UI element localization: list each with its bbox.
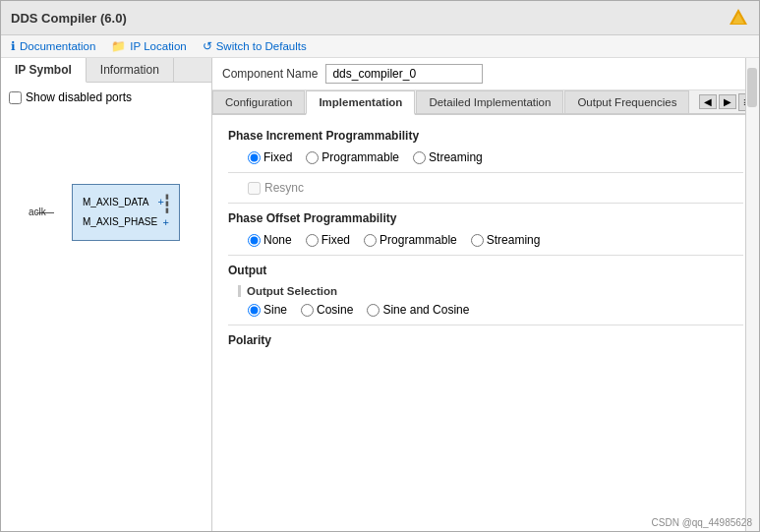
ip-location-label: IP Location — [130, 40, 186, 52]
offset-streaming-radio[interactable] — [471, 234, 484, 247]
connector-label: aclk — [29, 207, 46, 217]
tab-nav-prev[interactable]: ◀ — [699, 94, 717, 109]
output-sine-label: Sine — [263, 303, 287, 317]
output-cosine-label: Cosine — [317, 303, 353, 317]
phase-increment-radio-group: Fixed Programmable Streaming — [248, 150, 743, 164]
main-content: IP Symbol Information Show disabled port… — [1, 58, 759, 531]
offset-none-radio[interactable] — [248, 234, 261, 247]
refresh-icon: ↺ — [203, 39, 212, 53]
window-title: DDS Compiler (6.0) — [11, 11, 127, 26]
output-sine-cosine-radio[interactable] — [367, 304, 380, 317]
phase-programmable-radio[interactable] — [306, 151, 319, 164]
tab-configuration[interactable]: Configuration — [212, 90, 305, 113]
documentation-button[interactable]: ℹ Documentation — [11, 39, 95, 53]
offset-programmable-radio[interactable] — [364, 234, 377, 247]
folder-icon: 📁 — [111, 39, 126, 53]
port-row-0: M_AXIS_DATA + ▮▮▮ — [83, 193, 169, 213]
component-name-label: Component Name — [222, 67, 318, 81]
watermark: CSDN @qq_44985628 — [652, 517, 752, 528]
tabs-row: Configuration Implementation Detailed Im… — [212, 90, 759, 115]
component-name-row: Component Name — [212, 58, 759, 90]
tab-information[interactable]: Information — [87, 58, 174, 82]
left-tabs: IP Symbol Information — [1, 58, 211, 83]
offset-none-label: None — [263, 233, 292, 247]
ip-block: M_AXIS_DATA + ▮▮▮ M_AXIS_PHASE — [72, 184, 180, 242]
phase-programmable-label: Programmable — [322, 150, 399, 164]
divider-1 — [228, 172, 743, 173]
port-expand-0: ▮▮▮ — [165, 193, 169, 213]
right-panel: Component Name Configuration Implementat… — [212, 58, 759, 531]
scroll-thumb[interactable] — [747, 68, 757, 107]
phase-increment-title: Phase Increment Programmability — [228, 129, 743, 143]
output-sine-radio[interactable] — [248, 304, 261, 317]
switch-defaults-button[interactable]: ↺ Switch to Defaults — [203, 39, 307, 53]
output-sine-cosine-option[interactable]: Sine and Cosine — [367, 303, 469, 317]
main-window: DDS Compiler (6.0) ℹ Documentation 📁 IP … — [0, 0, 760, 532]
output-cosine-radio[interactable] — [301, 304, 314, 317]
ip-symbol-canvas: aclk M_AXIS_DATA + ▮▮▮ — [9, 114, 204, 311]
divider-3 — [228, 255, 743, 256]
resync-row: Resync — [248, 181, 743, 195]
tab-content: Phase Increment Programmability Fixed Pr… — [212, 115, 759, 531]
phase-fixed-option[interactable]: Fixed — [248, 150, 292, 164]
divider-2 — [228, 203, 743, 204]
documentation-label: Documentation — [20, 40, 95, 52]
phase-fixed-label: Fixed — [263, 150, 292, 164]
output-selection-radio-group: Sine Cosine Sine and Cosine — [248, 303, 743, 317]
left-panel: IP Symbol Information Show disabled port… — [1, 58, 212, 531]
phase-streaming-option[interactable]: Streaming — [413, 150, 483, 164]
resync-checkbox[interactable] — [248, 182, 261, 195]
tab-nav-next[interactable]: ▶ — [719, 94, 736, 109]
right-panel-wrapper: Component Name Configuration Implementat… — [212, 58, 759, 531]
output-cosine-option[interactable]: Cosine — [301, 303, 353, 317]
toolbar: ℹ Documentation 📁 IP Location ↺ Switch t… — [1, 35, 759, 58]
tab-detailed-implementation[interactable]: Detailed Implementation — [416, 90, 563, 113]
port-row-1: M_AXIS_PHASE + — [83, 213, 169, 233]
offset-streaming-option[interactable]: Streaming — [471, 233, 541, 247]
show-disabled-ports-row: Show disabled ports — [9, 90, 204, 104]
offset-fixed-radio[interactable] — [306, 234, 319, 247]
resync-label: Resync — [264, 181, 304, 195]
phase-streaming-radio[interactable] — [413, 151, 426, 164]
ip-block-container: M_AXIS_DATA + ▮▮▮ M_AXIS_PHASE — [72, 184, 180, 242]
output-selection-subtitle: Output Selection — [238, 285, 743, 297]
phase-fixed-radio[interactable] — [248, 151, 261, 164]
port-label-1: M_AXIS_PHASE — [83, 213, 157, 231]
port-plus-1[interactable]: + — [163, 213, 169, 233]
phase-offset-radio-group: None Fixed Programmable Streaming — [248, 233, 743, 247]
title-bar: DDS Compiler (6.0) — [1, 1, 759, 35]
output-title: Output — [228, 264, 743, 277]
port-label-0: M_AXIS_DATA — [83, 194, 148, 211]
tab-output-frequencies[interactable]: Output Frequencies — [564, 90, 689, 113]
info-icon: ℹ — [11, 39, 16, 53]
offset-fixed-option[interactable]: Fixed — [306, 233, 350, 247]
component-name-input[interactable] — [325, 64, 483, 84]
right-scrollbar[interactable] — [745, 58, 759, 531]
offset-programmable-label: Programmable — [380, 233, 457, 247]
polarity-title: Polarity — [228, 333, 743, 347]
offset-programmable-option[interactable]: Programmable — [364, 233, 457, 247]
show-disabled-ports-label: Show disabled ports — [26, 90, 132, 104]
output-sine-cosine-label: Sine and Cosine — [382, 303, 469, 317]
switch-defaults-label: Switch to Defaults — [216, 40, 307, 52]
tab-implementation[interactable]: Implementation — [306, 90, 415, 115]
tab-ip-symbol[interactable]: IP Symbol — [1, 58, 87, 83]
show-disabled-ports-checkbox[interactable] — [9, 91, 22, 104]
offset-none-option[interactable]: None — [248, 233, 292, 247]
offset-fixed-label: Fixed — [322, 233, 350, 247]
phase-programmable-option[interactable]: Programmable — [306, 150, 399, 164]
offset-streaming-label: Streaming — [487, 233, 541, 247]
port-plus-0[interactable]: + — [158, 193, 164, 212]
ip-location-button[interactable]: 📁 IP Location — [111, 39, 186, 53]
phase-streaming-label: Streaming — [429, 150, 483, 164]
divider-4 — [228, 325, 743, 325]
output-sine-option[interactable]: Sine — [248, 303, 287, 317]
phase-offset-title: Phase Offset Programmability — [228, 211, 743, 225]
xilinx-logo — [728, 7, 749, 29]
left-panel-content: Show disabled ports aclk M_AXIS_DATA + — [1, 83, 211, 531]
